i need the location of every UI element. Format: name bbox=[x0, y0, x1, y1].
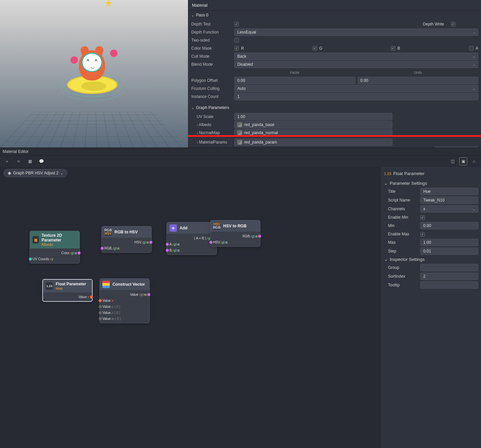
frame-button[interactable]: ⌗ bbox=[15, 158, 22, 165]
comment-button[interactable]: 💬 bbox=[38, 158, 45, 165]
node-title: Float Parameter bbox=[56, 282, 86, 286]
enable-max-checkbox[interactable] bbox=[420, 232, 425, 237]
pass-section-toggle[interactable]: ⌄ Pass 0 bbox=[188, 11, 481, 19]
node-hsv-to-rgb[interactable]: HSVRGB HSV to RGB RGB.rgba HSV.rgba bbox=[210, 220, 260, 247]
material-panel-title: Material bbox=[188, 0, 481, 11]
polygon-offset-units-input[interactable]: 0.00 bbox=[357, 77, 479, 84]
cull-mode-dropdown[interactable]: Back⌄ bbox=[234, 53, 478, 60]
node-canvas[interactable]: ▧ Texture 2D Parameter Albedo Color.rgba… bbox=[0, 179, 380, 448]
script-name-label: Script Name bbox=[388, 198, 420, 203]
script-name-input[interactable]: Tweak_N10 bbox=[420, 197, 478, 204]
port-out[interactable] bbox=[78, 251, 81, 255]
texture-icon bbox=[237, 130, 242, 135]
instance-count-input[interactable]: 1 bbox=[234, 93, 478, 100]
channels-dropdown[interactable]: x⌄ bbox=[420, 205, 478, 213]
albedo-expand[interactable]: › Albedo bbox=[191, 122, 234, 127]
color-mask-r-label: R bbox=[241, 46, 244, 51]
group-input[interactable] bbox=[420, 264, 478, 271]
two-sided-checkbox[interactable] bbox=[234, 38, 239, 43]
graph-params-title: Graph Parameters bbox=[196, 105, 229, 110]
factor-header: Factor bbox=[234, 70, 355, 75]
blend-mode-dropdown[interactable]: Disabled⌄ bbox=[234, 61, 478, 68]
port-in-z[interactable] bbox=[99, 311, 102, 314]
polygon-offset-label: Polygon Offset bbox=[191, 78, 234, 83]
depth-write-checkbox[interactable] bbox=[451, 22, 455, 26]
port-in-w[interactable] bbox=[99, 317, 102, 320]
port-in-y[interactable] bbox=[99, 305, 102, 308]
tooltip-input[interactable] bbox=[420, 281, 478, 289]
port-out[interactable] bbox=[147, 293, 150, 296]
port-out[interactable] bbox=[90, 295, 93, 298]
graph-selector[interactable]: ◉ Graph PBR HSV Adjust 2 ⌄ bbox=[3, 169, 67, 177]
port-in[interactable] bbox=[29, 258, 32, 261]
node-rgb-to-hsv[interactable]: RGBHSV RGB to HSV HSV.rgba RGB.rgba bbox=[101, 226, 152, 253]
viewport-3d[interactable]: ★ bbox=[0, 0, 188, 148]
checker-button[interactable]: ▦ bbox=[26, 158, 34, 165]
albedo-texture-ref[interactable]: red_panda_base bbox=[234, 121, 392, 128]
max-input[interactable]: 1.00 bbox=[420, 239, 478, 246]
depth-test-checkbox[interactable] bbox=[234, 22, 239, 26]
materialparams-texture-ref[interactable]: red_panda_param bbox=[234, 138, 392, 146]
port-in-a[interactable] bbox=[166, 243, 169, 246]
color-mask-g-checkbox[interactable] bbox=[312, 46, 317, 51]
color-mask-a-label: A bbox=[476, 46, 478, 51]
parameter-settings-toggle[interactable]: ⌄Parameter Settings bbox=[383, 179, 478, 187]
color-mask-a-checkbox[interactable] bbox=[469, 46, 474, 51]
node-texture-2d-parameter[interactable]: ▧ Texture 2D Parameter Albedo Color.rgba… bbox=[30, 231, 80, 264]
node-title: RGB to HSV bbox=[114, 230, 138, 234]
plus-icon: ＋ bbox=[170, 224, 177, 232]
texture-node-icon: ▧ bbox=[33, 236, 39, 243]
graph-icon: ◉ bbox=[8, 171, 11, 175]
node-construct-vector[interactable]: Construct Vector Value.xyzw Value.x Valu… bbox=[99, 278, 150, 323]
material-editor-title: Material Editor bbox=[3, 149, 29, 154]
color-mask-b-label: B bbox=[397, 46, 400, 51]
pass-title: Pass 0 bbox=[196, 13, 208, 17]
color-mask-b-checkbox[interactable] bbox=[391, 46, 395, 51]
blend-mode-value: Disabled bbox=[237, 62, 253, 67]
normalmap-texture-ref[interactable]: red_panda_normal bbox=[234, 129, 392, 136]
color-mask-r-checkbox[interactable] bbox=[234, 46, 239, 51]
panel-toggle-1[interactable]: ◫ bbox=[449, 158, 456, 165]
port-out[interactable] bbox=[149, 241, 152, 244]
depth-function-dropdown[interactable]: LessEqual ⌄ bbox=[234, 29, 478, 36]
uv-scale-input[interactable]: 1.00 bbox=[234, 113, 392, 120]
float-icon: 1.23 bbox=[384, 172, 391, 176]
enable-max-label: Enable Max bbox=[388, 232, 420, 236]
chevron-down-icon: ⌄ bbox=[473, 31, 475, 34]
viewport-grid bbox=[0, 112, 188, 148]
polygon-offset-factor-input[interactable]: 0.00 bbox=[234, 77, 355, 84]
node-title: Construct Vector bbox=[112, 282, 145, 287]
port-in-x[interactable] bbox=[99, 299, 102, 302]
node-subtitle: Hue bbox=[56, 286, 86, 290]
step-input[interactable]: 0.01 bbox=[420, 247, 478, 255]
frustum-culling-label: Frustum Culling bbox=[191, 86, 234, 91]
hue-value-input[interactable]: 0.00 bbox=[435, 147, 478, 148]
port-in[interactable] bbox=[101, 247, 104, 250]
chevron-down-icon: ⌄ bbox=[384, 181, 388, 186]
inspector-title: Float Parameter bbox=[393, 171, 424, 176]
home-button[interactable]: ⌂ bbox=[470, 158, 478, 165]
cull-mode-label: Cull Mode bbox=[191, 54, 234, 59]
materialparams-expand[interactable]: › MaterialParams bbox=[191, 140, 234, 145]
port-in-b[interactable] bbox=[166, 249, 169, 252]
normalmap-expand[interactable]: › NormalMap bbox=[191, 130, 234, 135]
graph-params-toggle[interactable]: ⌄ Graph Parameters bbox=[188, 103, 481, 112]
add-button[interactable]: ＋ bbox=[3, 158, 11, 165]
float-node-icon: 1.23 bbox=[46, 282, 53, 290]
chevron-down-icon: ⌄ bbox=[473, 207, 475, 211]
title-input[interactable]: Hue bbox=[420, 188, 478, 195]
frustum-culling-dropdown[interactable]: Auto⌄ bbox=[234, 85, 478, 92]
node-add[interactable]: ＋ Add ( A + B ).rgba A.rgba B.rgba bbox=[166, 222, 217, 255]
port-in[interactable] bbox=[209, 241, 212, 244]
chevron-right-icon: › bbox=[197, 131, 198, 135]
material-editor-toolbar: ＋ ⌗ ▦ 💬 ◫ ▣ ⌂ bbox=[0, 156, 481, 167]
port-out[interactable] bbox=[258, 235, 261, 238]
inspector-settings-toggle[interactable]: ⌄Inspector Settings bbox=[383, 256, 478, 263]
panel-toggle-2[interactable]: ▣ bbox=[460, 158, 467, 165]
sortindex-input[interactable]: 2 bbox=[420, 273, 478, 280]
min-input[interactable]: 0.00 bbox=[420, 222, 478, 229]
depth-function-label: Depth Function bbox=[191, 30, 234, 35]
enable-min-checkbox[interactable] bbox=[420, 215, 425, 220]
node-float-parameter[interactable]: 1.23 Float Parameter Hue Value.x bbox=[42, 279, 93, 302]
wire-layer bbox=[0, 179, 101, 229]
